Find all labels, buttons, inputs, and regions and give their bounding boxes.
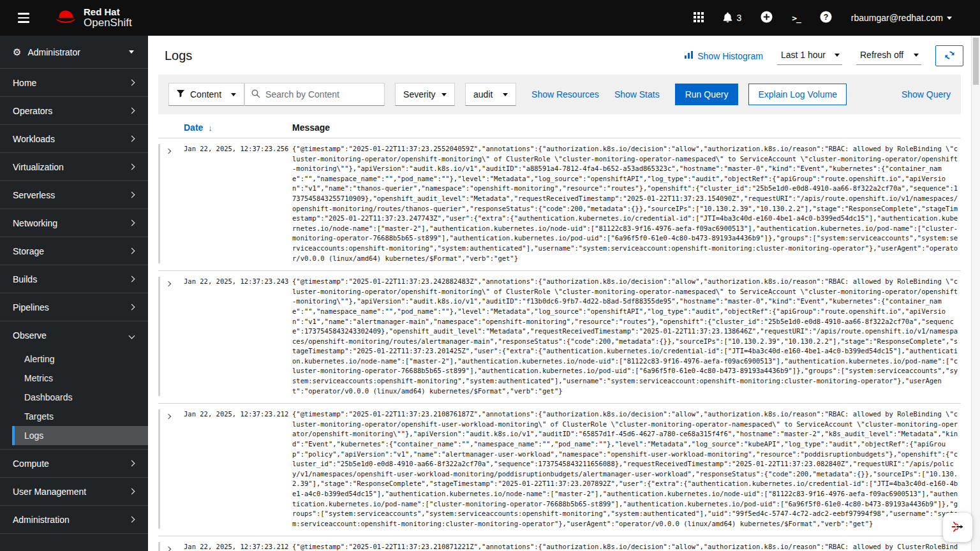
sidebar-item-workloads[interactable]: Workloads	[0, 125, 148, 153]
user-menu-button[interactable]: rbaumgar@redhat.com	[851, 13, 952, 23]
tenant-dropdown[interactable]: audit	[465, 83, 516, 106]
log-row[interactable]: Jan 22, 2025, 12:37:23.212 {"@timestamp"…	[158, 536, 961, 551]
sidebar-item-user-management[interactable]: User Management	[0, 478, 148, 506]
caret-down-icon	[503, 93, 508, 96]
chevron-right-icon	[129, 460, 135, 467]
page-header: Logs Show Histogram Last 1 hour Refresh …	[148, 36, 971, 75]
expand-row-icon[interactable]	[166, 281, 171, 286]
sidebar-item-metrics[interactable]: Metrics	[12, 369, 148, 388]
bell-icon	[723, 12, 732, 24]
log-row[interactable]: Jan 22, 2025, 12:37:23.256 {"@timestamp"…	[158, 138, 961, 271]
log-message: {"@timestamp":"2025-01-22T11:37:23.21087…	[292, 542, 961, 551]
log-message: {"@timestamp":"2025-01-22T11:37:23.24288…	[292, 277, 961, 396]
log-row[interactable]: Jan 22, 2025, 12:37:23.243 {"@timestamp"…	[158, 271, 961, 404]
sidebar-item-builds[interactable]: Builds	[0, 265, 148, 293]
message-column-header: Message	[292, 122, 961, 133]
expand-row-icon[interactable]	[166, 414, 171, 419]
sidebar-item-operators[interactable]: Operators	[0, 97, 148, 125]
expand-row-icon[interactable]	[166, 149, 171, 154]
sidebar: ⚙ Administrator Home Operators Workloads…	[0, 36, 148, 551]
brand-logo: Red Hat OpenShift	[54, 7, 132, 29]
log-row[interactable]: Jan 22, 2025, 12:37:23.212 {"@timestamp"…	[158, 404, 961, 536]
gears-icon: ⚙	[13, 47, 21, 58]
refresh-button[interactable]	[935, 45, 963, 66]
explain-log-volume-button[interactable]: Explain Log Volume	[748, 84, 847, 105]
chevron-right-icon	[129, 276, 135, 283]
search-input[interactable]	[265, 89, 378, 99]
help-button[interactable]: ?	[820, 11, 832, 25]
sidebar-item-compute[interactable]: Compute	[0, 450, 148, 478]
caret-down-icon	[947, 17, 952, 20]
chevron-down-icon	[129, 332, 135, 339]
user-email: rbaumgar@redhat.com	[851, 13, 943, 23]
scrollbar-thumb[interactable]	[973, 38, 979, 85]
sidebar-item-logs[interactable]: Logs	[12, 426, 148, 445]
log-table: Date ↓ Message Jan 22, 2025, 12:37:23.25…	[158, 114, 961, 551]
chevron-right-icon	[129, 304, 135, 311]
nav-toggle-button[interactable]	[14, 9, 33, 27]
caret-down-icon	[914, 54, 919, 57]
chevron-right-icon	[129, 108, 135, 114]
severity-dropdown[interactable]: Severity	[395, 83, 455, 106]
caret-down-icon	[835, 54, 840, 57]
question-circle-icon: ?	[820, 11, 832, 25]
vertical-scrollbar[interactable]	[971, 36, 980, 551]
sidebar-item-storage[interactable]: Storage	[0, 237, 148, 265]
sidebar-item-networking[interactable]: Networking	[0, 209, 148, 237]
date-column-header[interactable]: Date ↓	[184, 122, 212, 133]
chevron-right-icon	[129, 248, 135, 254]
log-date: Jan 22, 2025, 12:37:23.212	[184, 409, 292, 529]
perspective-label: Administrator	[27, 47, 80, 57]
log-message: {"@timestamp":"2025-01-22T11:37:23.21087…	[292, 409, 961, 529]
chevron-right-icon	[129, 164, 135, 170]
search-box	[244, 83, 385, 106]
log-date: Jan 22, 2025, 12:37:23.243	[184, 277, 292, 396]
histogram-icon	[685, 51, 694, 61]
log-date: Jan 22, 2025, 12:37:23.256	[184, 144, 292, 263]
sidebar-item-dashboards[interactable]: Dashboards	[12, 388, 148, 407]
masthead: Red Hat OpenShift 3	[0, 0, 980, 36]
log-message: {"@timestamp":"2025-01-22T11:37:23.25520…	[292, 144, 961, 263]
chevron-right-icon	[129, 80, 135, 86]
sidebar-item-serverless[interactable]: Serverless	[0, 181, 148, 209]
sync-icon	[945, 50, 954, 62]
app-launcher-button[interactable]	[694, 12, 704, 24]
sidebar-item-virtualization[interactable]: Virtualization	[0, 153, 148, 181]
svg-text:?: ?	[824, 13, 829, 22]
perspective-switcher[interactable]: ⚙ Administrator	[0, 36, 148, 69]
terminal-icon: >_	[792, 13, 801, 23]
sidebar-item-targets[interactable]: Targets	[12, 407, 148, 426]
caret-down-icon	[442, 93, 447, 96]
time-range-select[interactable]: Last 1 hour	[777, 47, 842, 65]
caret-down-icon	[231, 93, 236, 96]
show-stats-link[interactable]: Show Stats	[614, 89, 660, 99]
log-date: Jan 22, 2025, 12:37:23.212	[184, 542, 292, 551]
guided-tour-button[interactable]	[943, 513, 972, 542]
terminal-button[interactable]: >_	[792, 13, 801, 23]
run-query-button[interactable]: Run Query	[675, 84, 739, 105]
show-resources-link[interactable]: Show Resources	[531, 89, 599, 99]
content-filter-dropdown[interactable]: Content	[168, 83, 244, 106]
chevron-right-icon	[129, 517, 135, 523]
sidebar-item-home[interactable]: Home	[0, 69, 148, 97]
main-content: Logs Show Histogram Last 1 hour Refresh …	[148, 36, 971, 551]
table-header: Date ↓ Message	[158, 114, 961, 138]
brand-line2: OpenShift	[84, 17, 132, 29]
chevron-right-icon	[129, 489, 135, 495]
sidebar-item-pipelines[interactable]: Pipelines	[0, 293, 148, 321]
expand-row-icon[interactable]	[166, 547, 171, 551]
filter-icon	[177, 89, 184, 99]
chevron-right-icon	[129, 192, 135, 198]
notifications-button[interactable]: 3	[723, 12, 741, 24]
add-button[interactable]	[761, 11, 773, 25]
show-histogram-link[interactable]: Show Histogram	[685, 51, 763, 61]
brand-line1: Red Hat	[84, 7, 132, 17]
sidebar-item-observe[interactable]: Observe	[0, 321, 148, 349]
sidebar-item-administration[interactable]: Administration	[0, 506, 148, 534]
show-query-link[interactable]: Show Query	[902, 89, 951, 99]
sidebar-item-alerting[interactable]: Alerting	[12, 349, 148, 369]
page-title: Logs	[165, 48, 192, 63]
refresh-interval-select[interactable]: Refresh off	[856, 47, 921, 65]
search-icon	[251, 89, 260, 100]
chevron-right-icon	[129, 136, 135, 142]
